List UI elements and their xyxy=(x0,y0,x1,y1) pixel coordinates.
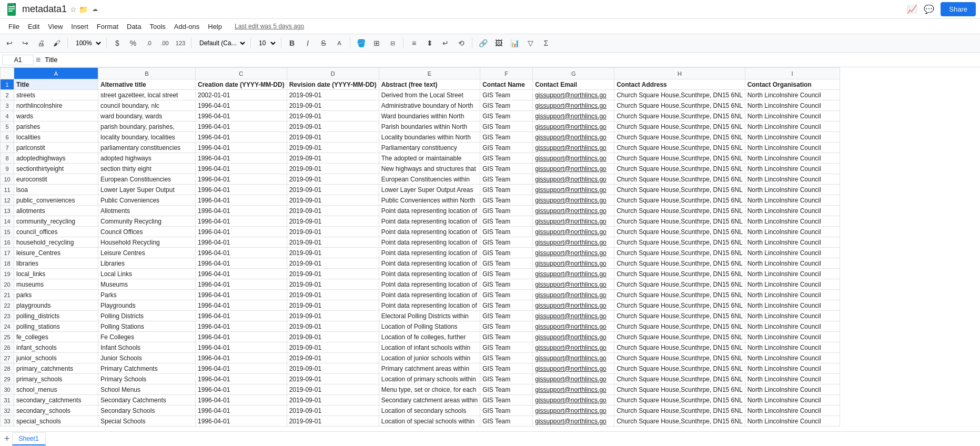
data-cell[interactable]: GIS Team xyxy=(480,384,533,395)
data-cell[interactable]: Location of fe colleges, further xyxy=(379,332,480,342)
data-cell[interactable]: 1996-04-01 xyxy=(196,353,287,363)
data-cell[interactable]: GIS Team xyxy=(480,237,533,248)
currency-button[interactable]: $ xyxy=(110,36,125,50)
data-cell[interactable]: Church Square House,Scunthrpe, DN15 6NL xyxy=(614,195,745,206)
link-button[interactable]: 🔗 xyxy=(476,36,490,50)
col-header-b[interactable]: B xyxy=(98,68,196,79)
data-cell[interactable]: Point data representing location of xyxy=(379,258,480,269)
data-cell[interactable]: gissupport@northlincs.go xyxy=(533,279,614,290)
data-cell[interactable]: GIS Team xyxy=(480,195,533,206)
data-cell[interactable]: North Lincolnshire Council xyxy=(745,248,840,258)
data-cell[interactable]: Fe Colleges xyxy=(98,332,196,342)
data-cell[interactable]: North Lincolnshire Council xyxy=(745,279,840,290)
col-header-h[interactable]: H xyxy=(614,68,745,79)
data-cell[interactable]: Primary catchment areas within xyxy=(379,363,480,374)
data-cell[interactable]: GIS Team xyxy=(480,174,533,185)
add-sheet-button[interactable]: + xyxy=(4,433,10,444)
data-cell[interactable]: secondary_schools xyxy=(14,406,98,416)
print-button[interactable]: 🖨 xyxy=(34,36,48,50)
data-cell[interactable]: gissupport@northlincs.go xyxy=(533,395,614,406)
data-cell[interactable]: 1996-04-01 xyxy=(196,258,287,269)
data-cell[interactable]: 2002-01-01 xyxy=(196,90,287,100)
data-cell[interactable]: household_recycling xyxy=(14,237,98,248)
data-cell[interactable]: GIS Team xyxy=(480,363,533,374)
data-cell[interactable]: GIS Team xyxy=(480,100,533,111)
data-cell[interactable]: GIS Team xyxy=(480,406,533,416)
data-cell[interactable]: GIS Team xyxy=(480,248,533,258)
data-cell[interactable]: GIS Team xyxy=(480,258,533,269)
data-cell[interactable]: Locality boundaries within North xyxy=(379,132,480,143)
data-cell[interactable]: 2019-09-01 xyxy=(287,353,379,363)
data-cell[interactable]: section thirty eight xyxy=(98,164,196,174)
data-cell[interactable]: 2019-09-01 xyxy=(287,269,379,279)
data-cell[interactable]: 1996-04-01 xyxy=(196,195,287,206)
menu-file[interactable]: File xyxy=(4,22,24,32)
data-cell[interactable]: North Lincolnshire Council xyxy=(745,100,840,111)
zoom-select[interactable]: 100% xyxy=(71,36,103,50)
data-cell[interactable]: Public Conveniences xyxy=(98,195,196,206)
data-cell[interactable]: 2019-09-01 xyxy=(287,384,379,395)
col-header-e[interactable]: E xyxy=(379,68,480,79)
data-cell[interactable]: Church Square House,Scunthrpe, DN15 6NL xyxy=(614,248,745,258)
data-cell[interactable]: GIS Team xyxy=(480,353,533,363)
data-cell[interactable]: 2019-09-01 xyxy=(287,363,379,374)
align-left-button[interactable]: ≡ xyxy=(407,36,421,50)
data-cell[interactable]: gissupport@northlincs.go xyxy=(533,185,614,195)
data-cell[interactable]: Church Square House,Scunthrpe, DN15 6NL xyxy=(614,227,745,237)
formula-input[interactable] xyxy=(43,55,978,65)
data-cell[interactable]: 2019-09-01 xyxy=(287,111,379,121)
data-cell[interactable]: GIS Team xyxy=(480,290,533,300)
header-cell-D[interactable]: Revision date (YYYY-MM-DD) xyxy=(287,79,379,90)
data-cell[interactable]: gissupport@northlincs.go xyxy=(533,269,614,279)
header-cell-C[interactable]: Creation date (YYYY-MM-DD) xyxy=(196,79,287,90)
data-cell[interactable]: 2019-09-01 xyxy=(287,374,379,384)
data-cell[interactable]: GIS Team xyxy=(480,216,533,227)
data-cell[interactable]: Point data representing location of xyxy=(379,206,480,216)
comments-icon[interactable]: 💬 xyxy=(924,4,934,14)
data-cell[interactable]: GIS Team xyxy=(480,121,533,132)
data-cell[interactable]: GIS Team xyxy=(480,311,533,321)
data-cell[interactable]: North Lincolnshire Council xyxy=(745,153,840,164)
data-cell[interactable]: gissupport@northlincs.go xyxy=(533,195,614,206)
data-cell[interactable]: 1996-04-01 xyxy=(196,321,287,332)
data-cell[interactable]: gissupport@northlincs.go xyxy=(533,248,614,258)
sheet-tab-1[interactable]: Sheet1 xyxy=(12,432,46,445)
data-cell[interactable]: local_links xyxy=(14,269,98,279)
last-edit-label[interactable]: Last edit was 5 days ago xyxy=(230,22,308,31)
data-cell[interactable]: northlincolnshire xyxy=(14,100,98,111)
data-cell[interactable]: Point data representing location of xyxy=(379,227,480,237)
data-cell[interactable]: 2019-09-01 xyxy=(287,279,379,290)
data-cell[interactable]: North Lincolnshire Council xyxy=(745,227,840,237)
data-cell[interactable]: Location of Polling Stations xyxy=(379,321,480,332)
data-cell[interactable]: gissupport@northlincs.go xyxy=(533,342,614,353)
data-cell[interactable]: 2019-09-01 xyxy=(287,90,379,100)
data-cell[interactable]: North Lincolnshire Council xyxy=(745,311,840,321)
data-cell[interactable]: 1996-04-01 xyxy=(196,216,287,227)
data-cell[interactable]: playgrounds xyxy=(14,300,98,311)
data-cell[interactable]: North Lincolnshire Council xyxy=(745,132,840,143)
data-cell[interactable]: GIS Team xyxy=(480,206,533,216)
header-cell-B[interactable]: Alternative title xyxy=(98,79,196,90)
data-cell[interactable]: Church Square House,Scunthrpe, DN15 6NL xyxy=(614,269,745,279)
data-cell[interactable]: 1996-04-01 xyxy=(196,384,287,395)
data-cell[interactable]: North Lincolnshire Council xyxy=(745,300,840,311)
format-123-button[interactable]: 123 xyxy=(173,36,188,50)
data-cell[interactable]: North Lincolnshire Council xyxy=(745,406,840,416)
data-cell[interactable]: gissupport@northlincs.go xyxy=(533,143,614,153)
data-cell[interactable]: 1996-04-01 xyxy=(196,132,287,143)
data-cell[interactable]: euroconstit xyxy=(14,174,98,185)
data-cell[interactable]: School Menus xyxy=(98,384,196,395)
data-cell[interactable]: leisure_Centres xyxy=(14,248,98,258)
data-cell[interactable]: Polling Districts xyxy=(98,311,196,321)
data-cell[interactable]: North Lincolnshire Council xyxy=(745,416,840,427)
data-cell[interactable]: gissupport@northlincs.go xyxy=(533,321,614,332)
data-cell[interactable]: museums xyxy=(14,279,98,290)
data-cell[interactable]: Location of secondary schools xyxy=(379,406,480,416)
data-cell[interactable]: gissupport@northlincs.go xyxy=(533,121,614,132)
data-cell[interactable]: GIS Team xyxy=(480,395,533,406)
data-cell[interactable]: adoptedhighways xyxy=(14,153,98,164)
data-cell[interactable]: Church Square House,Scunthrpe, DN15 6NL xyxy=(614,395,745,406)
data-cell[interactable]: Public Conveniences within North xyxy=(379,195,480,206)
data-cell[interactable]: fe_colleges xyxy=(14,332,98,342)
header-cell-A[interactable]: Title xyxy=(14,79,98,90)
